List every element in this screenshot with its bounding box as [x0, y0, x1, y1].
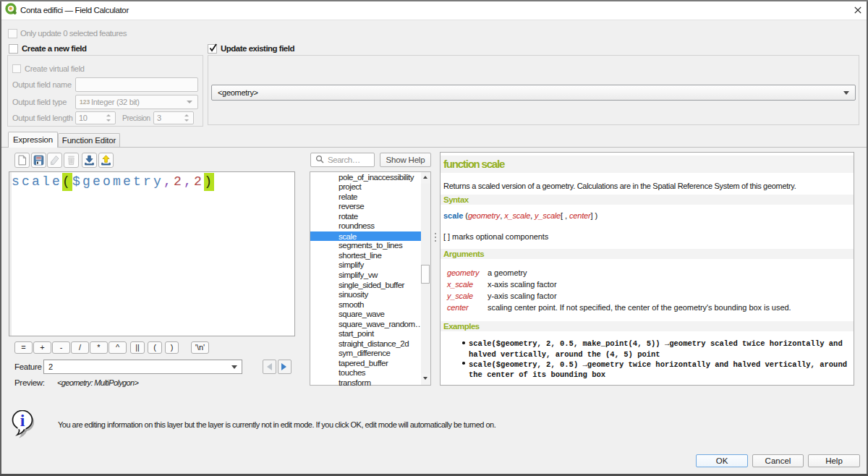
- svg-text:i: i: [20, 411, 25, 430]
